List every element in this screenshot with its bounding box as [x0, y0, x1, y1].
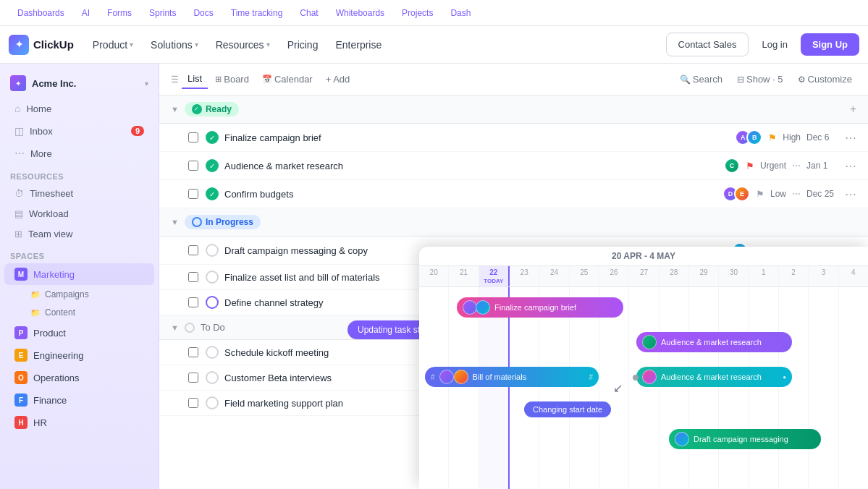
nav-resources[interactable]: Resources▾ — [208, 34, 277, 56]
hr-label: HR — [33, 417, 47, 428]
gantt-bar-audience2[interactable]: Audience & market research ● — [636, 367, 792, 387]
gantt-bar-draft[interactable]: Draft campaign messaging — [669, 429, 821, 449]
signup-button[interactable]: Sign Up — [801, 33, 859, 56]
show-action[interactable]: ⊟ Show · 5 — [733, 71, 788, 88]
nav-enterprise[interactable]: Enterprise — [328, 34, 389, 56]
in-progress-group-header[interactable]: ▼ In Progress — [159, 208, 868, 237]
avatar: B — [746, 129, 762, 145]
topnav-ai[interactable]: AI — [73, 0, 98, 26]
workspace-selector[interactable]: ✦ Acme Inc. ▾ — [0, 69, 159, 97]
view-calendar-btn[interactable]: 📅Calendar — [256, 70, 319, 88]
gantt-date-1: 1 — [749, 266, 779, 286]
add-view-btn[interactable]: + Add — [320, 70, 356, 88]
sidebar-item-timesheet[interactable]: ⏱ Timesheet — [4, 184, 154, 203]
task-select-checkbox[interactable] — [188, 297, 198, 307]
ready-chevron-icon[interactable]: ▼ — [171, 105, 179, 114]
in-progress-status-badge: In Progress — [185, 215, 261, 229]
task-circle-icon — [206, 371, 219, 384]
bar-avatar-4 — [642, 370, 657, 384]
priority-flag-icon: ⚑ — [756, 189, 764, 200]
resources-section-label: Resources — [0, 165, 159, 183]
topnav-docs[interactable]: Docs — [185, 0, 222, 26]
view-board-btn[interactable]: ⊞Board — [209, 70, 255, 88]
search-action[interactable]: 🔍 Search — [675, 71, 727, 88]
top-nav-links: Dashboards AI Forms Sprints Docs Time tr… — [9, 0, 859, 26]
topnav-forms[interactable]: Forms — [98, 0, 140, 26]
task-circle-icon — [206, 396, 219, 409]
task-select-checkbox[interactable] — [188, 161, 198, 171]
sidebar-item-workload[interactable]: ▤ Workload — [4, 204, 154, 224]
nav-solutions[interactable]: Solutions▾ — [143, 34, 206, 56]
sidebar-item-inbox[interactable]: ◫ Inbox 9 — [4, 120, 154, 142]
topnav-time[interactable]: Time tracking — [222, 0, 292, 26]
gantt-bar-bill[interactable]: # Bill of materials # — [425, 367, 599, 387]
ready-add-icon[interactable]: + — [850, 103, 856, 116]
nav-product[interactable]: Product▾ — [85, 34, 140, 56]
spaces-section-label: Spaces — [0, 244, 159, 263]
engineering-label: Engineering — [33, 350, 83, 361]
sidebar-item-more[interactable]: ⋯ More — [4, 143, 154, 164]
task-select-checkbox[interactable] — [188, 272, 198, 282]
topnav-sprints[interactable]: Sprints — [140, 0, 185, 26]
bar-avatar-2 — [642, 335, 657, 349]
task-select-checkbox[interactable] — [188, 373, 198, 383]
home-icon: ⌂ — [14, 103, 20, 114]
table-row[interactable]: ✓ Audience & market research C ⚑ Urgent … — [159, 152, 868, 180]
sidebar-item-content[interactable]: 📁 Content — [4, 304, 154, 321]
task-select-checkbox[interactable] — [188, 132, 198, 143]
task-select-checkbox[interactable] — [188, 347, 198, 357]
view-list-btn[interactable]: List — [182, 69, 208, 89]
nav-pricing[interactable]: Pricing — [280, 34, 326, 56]
task-dots: ⋯ — [792, 161, 801, 171]
space-engineering[interactable]: E Engineering — [4, 344, 154, 366]
show-icon: ⊟ — [737, 75, 744, 85]
in-progress-dot-icon — [192, 217, 202, 227]
customize-action[interactable]: ⚙ Customize — [793, 71, 856, 88]
table-row[interactable]: ✓ Confirm budgets D E ⚑ Low ⋯ Dec 25 ⋯ — [159, 180, 868, 208]
logo[interactable]: ✦ ClickUp — [9, 35, 74, 55]
topnav-dashboards[interactable]: Dashboards — [9, 0, 73, 26]
in-progress-chevron-icon[interactable]: ▼ — [171, 218, 179, 226]
priority-label: Low — [770, 189, 786, 199]
contact-sales-button[interactable]: Contact Sales — [666, 33, 749, 56]
ready-group-header[interactable]: ▼ ✓ Ready + — [159, 95, 868, 124]
gantt-date-25: 25 — [570, 266, 599, 286]
task-more-icon[interactable]: ⋯ — [845, 159, 856, 173]
space-marketing[interactable]: M Marketing — [4, 263, 154, 285]
topnav-chat[interactable]: Chat — [291, 0, 326, 26]
timesheet-label: Timesheet — [30, 188, 73, 199]
task-done-icon: ✓ — [206, 159, 219, 172]
task-select-checkbox[interactable] — [188, 189, 198, 199]
todo-circle-icon — [185, 323, 195, 333]
gantt-bar-label: Audience & market research — [661, 373, 762, 381]
task-select-checkbox[interactable] — [188, 245, 198, 255]
bar-connector-dot — [633, 375, 639, 380]
inbox-icon: ◫ — [14, 125, 24, 137]
space-product[interactable]: P Product — [4, 322, 154, 344]
login-button[interactable]: Log in — [751, 33, 797, 56]
todo-chevron-icon[interactable]: ▼ — [171, 323, 179, 332]
task-circle-icon — [206, 244, 219, 257]
task-more-icon[interactable]: ⋯ — [845, 187, 856, 201]
topnav-dash2[interactable]: Dash — [442, 0, 479, 26]
priority-label: High — [783, 132, 801, 143]
gantt-bar-finalize[interactable]: Finalize campaign brief — [457, 297, 623, 318]
table-row[interactable]: ✓ Finalize campaign brief A B ⚑ High Dec… — [159, 124, 868, 152]
task-select-checkbox[interactable] — [188, 398, 198, 408]
sidebar-item-teamview[interactable]: ⊞ Team view — [4, 224, 154, 244]
bar-avatar-5 — [675, 432, 689, 446]
space-operations[interactable]: O Operations — [4, 367, 154, 388]
sidebar-item-campaigns[interactable]: 📁 Campaigns — [4, 286, 154, 303]
ready-label: Ready — [206, 104, 232, 114]
sidebar-item-home[interactable]: ⌂ Home — [4, 98, 154, 119]
task-avatars: C — [724, 158, 740, 174]
space-finance[interactable]: F Finance — [4, 389, 154, 411]
gantt-bar-audience[interactable]: Audience & market research — [636, 332, 792, 352]
gantt-date-4: 4 — [839, 266, 868, 286]
teamview-label: Team view — [28, 229, 72, 239]
topnav-projects[interactable]: Projects — [393, 0, 442, 26]
search-icon: 🔍 — [680, 75, 691, 85]
topnav-whiteboards[interactable]: Whiteboards — [327, 0, 393, 26]
space-hr[interactable]: H HR — [4, 412, 154, 433]
task-more-icon[interactable]: ⋯ — [845, 131, 856, 145]
